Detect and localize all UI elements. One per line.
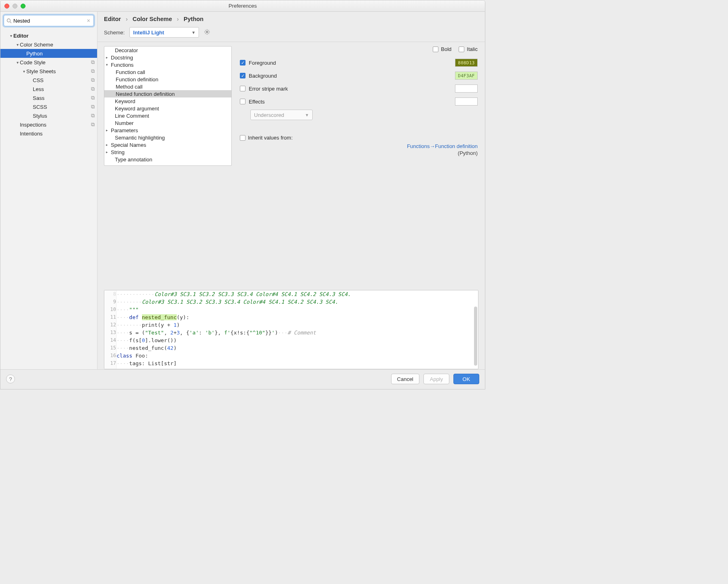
- preferences-window: Preferences × ▾Editor ▾Color Scheme Pyth…: [0, 0, 485, 389]
- cat-string[interactable]: ▸String: [104, 148, 231, 156]
- background-label: Background: [249, 73, 277, 79]
- scheme-label: Scheme:: [104, 30, 125, 36]
- italic-checkbox[interactable]: Italic: [459, 46, 478, 52]
- scheme-value: IntelliJ Light: [133, 30, 164, 36]
- foreground-label: Foreground: [249, 60, 276, 66]
- config-scope-icon: ⧉: [91, 95, 95, 101]
- config-scope-icon: ⧉: [91, 121, 95, 128]
- inherit-sub: (Python): [240, 150, 478, 156]
- attributes-panel: Bold Italic ✓Foreground 808D13 ✓Backgrou…: [237, 42, 485, 290]
- sidebar-item-python[interactable]: Python: [0, 49, 97, 58]
- error-stripe-label: Error stripe mark: [249, 86, 288, 92]
- effects-kind-select[interactable]: Underscored ▼: [250, 110, 313, 120]
- sidebar-item-color-scheme[interactable]: ▾Color Scheme: [0, 40, 97, 49]
- bold-checkbox[interactable]: Bold: [433, 46, 451, 52]
- search-field[interactable]: [13, 18, 85, 24]
- background-swatch[interactable]: D4F3AF: [455, 72, 478, 80]
- gutter: 89101112131415161718: [104, 290, 116, 369]
- search-icon: [6, 18, 12, 23]
- chevron-down-icon: ▼: [191, 30, 195, 35]
- svg-line-7: [205, 30, 206, 30]
- sidebar-item-inspections[interactable]: Inspections⧉: [0, 120, 97, 129]
- breadcrumb-color-scheme[interactable]: Color Scheme: [133, 16, 172, 22]
- effects-checkbox[interactable]: [240, 99, 245, 104]
- gear-icon[interactable]: [204, 29, 210, 36]
- sidebar: × ▾Editor ▾Color Scheme Python ▾Code Sty…: [0, 12, 97, 369]
- cat-keyword[interactable]: Keyword: [104, 97, 231, 105]
- cat-number[interactable]: Number: [104, 119, 231, 127]
- chevron-right-icon: ›: [126, 16, 128, 22]
- code-preview[interactable]: 89101112131415161718 ············Color#3…: [104, 290, 478, 369]
- svg-line-10: [205, 33, 206, 34]
- foreground-swatch[interactable]: 808D13: [455, 59, 478, 67]
- error-stripe-checkbox[interactable]: [240, 86, 245, 91]
- clear-search-icon[interactable]: ×: [86, 17, 91, 24]
- background-checkbox[interactable]: ✓: [240, 73, 245, 78]
- breadcrumb-editor[interactable]: Editor: [104, 16, 121, 22]
- code-lines: ············Color#3 SC3.1 SC3.2 SC3.3 SC…: [116, 290, 478, 369]
- scheme-row: Scheme: IntelliJ Light ▼: [97, 25, 485, 42]
- cat-keyword-arg[interactable]: Keyword argument: [104, 105, 231, 112]
- category-list[interactable]: Decorator ▸Docstring ▾Functions Function…: [104, 46, 232, 166]
- config-scope-icon: ⧉: [91, 86, 95, 92]
- cat-type-ann[interactable]: Type annotation: [104, 156, 231, 163]
- sidebar-item-code-style[interactable]: ▾Code Style⧉: [0, 58, 97, 67]
- settings-tree: ▾Editor ▾Color Scheme Python ▾Code Style…: [0, 30, 97, 138]
- apply-button[interactable]: Apply: [423, 374, 449, 384]
- error-stripe-swatch[interactable]: [455, 85, 478, 93]
- cancel-button[interactable]: Cancel: [391, 374, 419, 384]
- svg-point-0: [7, 19, 11, 22]
- config-scope-icon: ⧉: [91, 59, 95, 66]
- cat-line-comment[interactable]: Line Comment: [104, 112, 231, 119]
- cat-docstring[interactable]: ▸Docstring: [104, 54, 231, 61]
- foreground-checkbox[interactable]: ✓: [240, 60, 245, 66]
- breadcrumb: Editor › Color Scheme › Python: [97, 12, 485, 25]
- sidebar-item-style-sheets[interactable]: ▾Style Sheets⧉: [0, 67, 97, 76]
- sidebar-item-scss[interactable]: SCSS⧉: [0, 102, 97, 111]
- cat-function-call[interactable]: Function call: [104, 68, 231, 76]
- inherit-checkbox[interactable]: Inherit values from:: [240, 135, 478, 141]
- cat-functions[interactable]: ▾Functions: [104, 61, 231, 68]
- cat-method-call[interactable]: Method call: [104, 83, 231, 90]
- sidebar-item-intentions[interactable]: Intentions: [0, 129, 97, 138]
- svg-line-1: [10, 21, 12, 23]
- cat-function-def[interactable]: Function definition: [104, 76, 231, 83]
- svg-line-8: [209, 33, 209, 34]
- config-scope-icon: ⧉: [91, 112, 95, 119]
- titlebar: Preferences: [0, 0, 485, 12]
- ok-button[interactable]: OK: [453, 374, 479, 384]
- main-panel: Editor › Color Scheme › Python Scheme: I…: [97, 12, 485, 369]
- cat-special-names[interactable]: ▸Special Names: [104, 141, 231, 148]
- cat-parameters[interactable]: ▸Parameters: [104, 127, 231, 134]
- footer: ? Cancel Apply OK: [0, 369, 485, 389]
- search-input[interactable]: ×: [4, 15, 94, 26]
- config-scope-icon: ⧉: [91, 104, 95, 110]
- cat-nested-func-def[interactable]: Nested function definition: [104, 90, 231, 97]
- config-scope-icon: ⧉: [91, 77, 95, 83]
- window-title: Preferences: [0, 3, 485, 9]
- effects-swatch[interactable]: [455, 97, 478, 106]
- sidebar-item-sass[interactable]: Sass⧉: [0, 93, 97, 102]
- sidebar-item-stylus[interactable]: Stylus⧉: [0, 111, 97, 120]
- help-button[interactable]: ?: [6, 375, 15, 383]
- inherit-link[interactable]: Functions→Function definition: [407, 143, 478, 149]
- effects-label: Effects: [249, 99, 265, 105]
- svg-point-2: [206, 31, 208, 32]
- sidebar-item-less[interactable]: Less⧉: [0, 85, 97, 93]
- sidebar-item-editor[interactable]: ▾Editor: [0, 31, 97, 40]
- sidebar-item-css[interactable]: CSS⧉: [0, 76, 97, 85]
- config-scope-icon: ⧉: [91, 68, 95, 74]
- scheme-select[interactable]: IntelliJ Light ▼: [129, 27, 199, 38]
- svg-line-9: [209, 30, 209, 30]
- breadcrumb-python: Python: [184, 16, 203, 22]
- chevron-right-icon: ›: [177, 16, 179, 22]
- scrollbar[interactable]: [474, 307, 477, 366]
- cat-decorator[interactable]: Decorator: [104, 47, 231, 54]
- chevron-down-icon: ▼: [305, 113, 309, 117]
- cat-semantic[interactable]: Semantic highlighting: [104, 134, 231, 141]
